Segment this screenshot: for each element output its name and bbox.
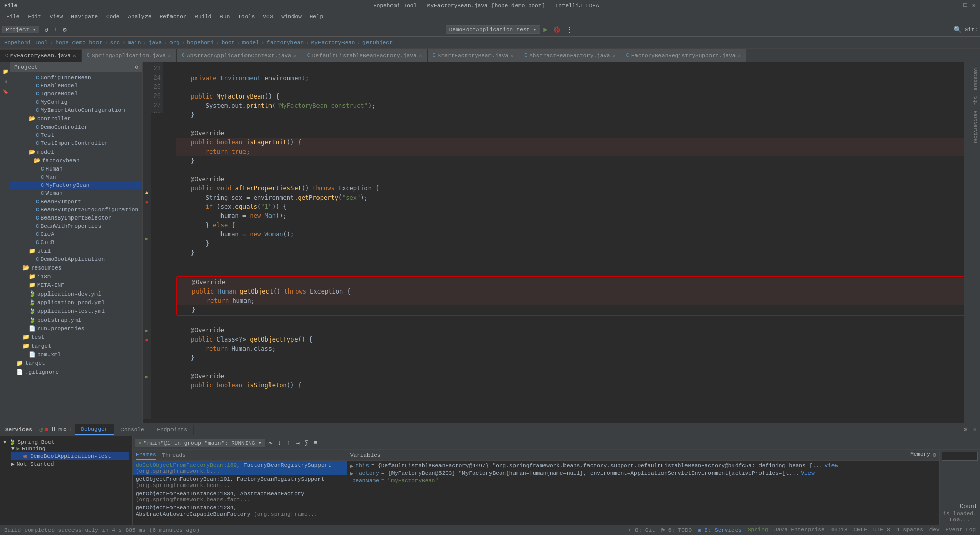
tree-item-democontroller[interactable]: C DemoController [10, 123, 142, 131]
project-selector[interactable]: Project ▾ [2, 26, 39, 33]
tab-factoryregistrysupport[interactable]: C FactoryBeanRegistrySupport.java ✕ [621, 49, 747, 62]
menu-edit[interactable]: Edit [23, 13, 45, 21]
thread-dump-btn[interactable]: ≡ [312, 438, 320, 448]
toolbar-plus[interactable]: + [52, 25, 60, 34]
tree-item-apptest[interactable]: 🍃 application-test.yml [10, 307, 142, 315]
menu-view[interactable]: View [45, 13, 67, 21]
menu-tools[interactable]: Tools [234, 13, 259, 21]
breadcrumb-org[interactable]: org [169, 40, 180, 46]
threads-tab[interactable]: Threads [162, 451, 186, 459]
debug-btn[interactable]: 🐞 [551, 25, 563, 35]
restart-btn[interactable]: ↺ [39, 426, 43, 434]
breadcrumb-src[interactable]: src [110, 40, 120, 46]
breadcrumb-boot2[interactable]: boot [222, 40, 235, 46]
toolbar-settings[interactable]: ⚙ [61, 25, 69, 35]
services-status[interactable]: ◉ 8: Services [698, 527, 742, 533]
breadcrumb-java[interactable]: java [149, 40, 162, 46]
tab-myfactorybean[interactable]: C MyFactoryBean.java ✕ [0, 50, 82, 62]
search-everywhere[interactable]: 🔍 [951, 25, 964, 35]
evaluate-btn[interactable]: ∑ [303, 438, 311, 448]
tree-item-configinnerbean[interactable]: C ConfigInnerBean [10, 74, 142, 82]
tab-smartfactorybean[interactable]: C SmartFactoryBean.java ✕ [428, 49, 520, 62]
tree-item-man[interactable]: C Man [10, 173, 142, 181]
restservices-icon[interactable]: RestServices [972, 109, 979, 146]
tree-item-beanbymport[interactable]: C BeanByImport [10, 198, 142, 206]
search-var-input[interactable] [942, 452, 978, 461]
tree-item-enablemodel[interactable]: C EnableModel [10, 82, 142, 90]
menu-build[interactable]: Build [190, 13, 215, 21]
settings-btn[interactable]: ⚙ [961, 426, 970, 433]
var-this[interactable]: ▶ this = {DefaultListableBeanFactory@449… [350, 462, 936, 470]
tree-item-myconfig[interactable]: C MyConfig [10, 98, 142, 106]
tree-item-myimport[interactable]: C MyImportAutoConfiguration [10, 106, 142, 114]
tree-item-woman[interactable]: C Woman [10, 189, 142, 198]
event-log[interactable]: Event Log [946, 527, 976, 533]
var-view-btn-factory[interactable]: View [801, 470, 814, 476]
tree-item-appprod[interactable]: 🍃 application-prod.yml [10, 298, 142, 307]
tab-debugger[interactable]: Debugger [75, 424, 115, 435]
tree-item-appdev[interactable]: 🍃 application-dev.yml [10, 289, 142, 298]
tab-abstractappcontext[interactable]: C AbstractApplicationContext.java ✕ [177, 49, 302, 62]
filter-btn[interactable]: ⊡ [58, 426, 62, 433]
todo-status[interactable]: ⚑ 6: TODO [662, 527, 692, 533]
tree-item-test[interactable]: C Test [10, 131, 142, 139]
step-over-btn[interactable]: ↷ [266, 438, 275, 448]
tree-item-gitignore[interactable]: 📄 .gitignore [10, 368, 142, 376]
tab-endpoints[interactable]: Endpoints [151, 425, 194, 435]
spring-status[interactable]: Spring [748, 527, 768, 533]
tree-item-cica[interactable]: C CicA [10, 230, 142, 238]
spring-boot-header[interactable]: ▼🍃Spring Boot [3, 439, 129, 445]
tab-console[interactable]: Console [114, 425, 151, 435]
tab-defaultlistable[interactable]: C DefaultListableBeanFactory.java ✕ [302, 49, 428, 62]
bookmark-icon[interactable]: 🔖 [2, 87, 9, 96]
menu-file[interactable]: File [2, 13, 23, 21]
tree-folder-metainf[interactable]: 📁 META-INF [10, 281, 142, 289]
tree-item-runprops[interactable]: 📄 run.properties [10, 324, 142, 333]
tree-folder-util[interactable]: 📁 util [10, 247, 142, 255]
frame-item-2[interactable]: getObjectForBeanInstance:1884, AbstractB… [133, 490, 347, 504]
tree-folder-factorybean[interactable]: 📂 factorybean [10, 156, 142, 165]
breadcrumb-boot[interactable]: hope-demo-boot [55, 40, 102, 46]
var-beanname[interactable]: beanName = "myFactoryBean" [350, 477, 936, 484]
code-lines[interactable]: private Environment environment; public … [172, 62, 970, 423]
minimize-btn[interactable]: ─ [954, 2, 958, 9]
tree-folder-resources[interactable]: 📂 resources [10, 263, 142, 272]
tree-item-ignoremodel[interactable]: C IgnoreModel [10, 90, 142, 98]
step-into-btn[interactable]: ↓ [276, 438, 284, 448]
var-factory[interactable]: ▶ factory = {MyFactoryBean@6203} "MyFact… [350, 470, 936, 477]
breadcrumb-hopehomi2[interactable]: hopehomi [187, 40, 214, 46]
tree-item-bootstrap[interactable]: 🍃 bootstrap.yml [10, 315, 142, 324]
tree-folder-test[interactable]: 📁 test [10, 333, 142, 342]
git-status[interactable]: ⬆ 8: Git [628, 527, 655, 533]
tab-springapplication[interactable]: C SpringApplication.java ✕ [82, 49, 177, 62]
tab-abstractbeanfactory[interactable]: C AbstractBeanFactory.java ✕ [519, 49, 621, 62]
frame-item-0[interactable]: doGetObjectFromFactoryBean:169, FactoryB… [133, 461, 347, 475]
tree-item-human[interactable]: C Human [10, 165, 142, 173]
menu-code[interactable]: Code [102, 13, 124, 21]
breadcrumb-model[interactable]: model [242, 40, 259, 46]
var-view-btn-this[interactable]: View [825, 463, 838, 469]
tree-item-beansbyimportselector[interactable]: C BeansByImportSelector [10, 214, 142, 222]
menu-navigate[interactable]: Navigate [67, 13, 102, 21]
breadcrumb-myfactorybean[interactable]: MyFactoryBean [311, 40, 355, 46]
encoding[interactable]: UTF-8 [873, 527, 890, 533]
demo-boot-app[interactable]: ◉ DemoBootApplication-test [11, 452, 129, 460]
step-out-btn[interactable]: ↑ [284, 438, 292, 448]
tree-item-demoboot[interactable]: C DemoBootApplication [10, 255, 142, 263]
tree-folder-target[interactable]: 📁 target [10, 342, 142, 350]
menu-window[interactable]: Window [277, 13, 306, 21]
settings-icon2[interactable]: ⚙ [63, 426, 67, 433]
toolbar-more[interactable]: ⋮ [564, 25, 575, 35]
menu-refactor[interactable]: Refactor [156, 13, 191, 21]
stop-btn[interactable]: ■ [45, 426, 49, 433]
tree-item-myfactorybean[interactable]: C MyFactoryBean [10, 181, 142, 189]
not-started-header[interactable]: ▶Not Started [11, 460, 129, 467]
thread-selector[interactable]: ● "main"@1 in group "main": RUNNING ▾ [135, 439, 265, 447]
run-config-selector[interactable]: DemoBootApplication-test ▾ [446, 25, 541, 34]
breadcrumb-hopehomi[interactable]: Hopehomi-Tool [4, 40, 48, 46]
menu-help[interactable]: Help [306, 13, 327, 21]
menu-vcs[interactable]: VCS [259, 13, 277, 21]
breadcrumb-factorybean[interactable]: factorybean [266, 40, 304, 46]
close-btn[interactable]: ✕ [972, 2, 976, 9]
var-settings-icon[interactable]: ⚙ [933, 451, 936, 459]
